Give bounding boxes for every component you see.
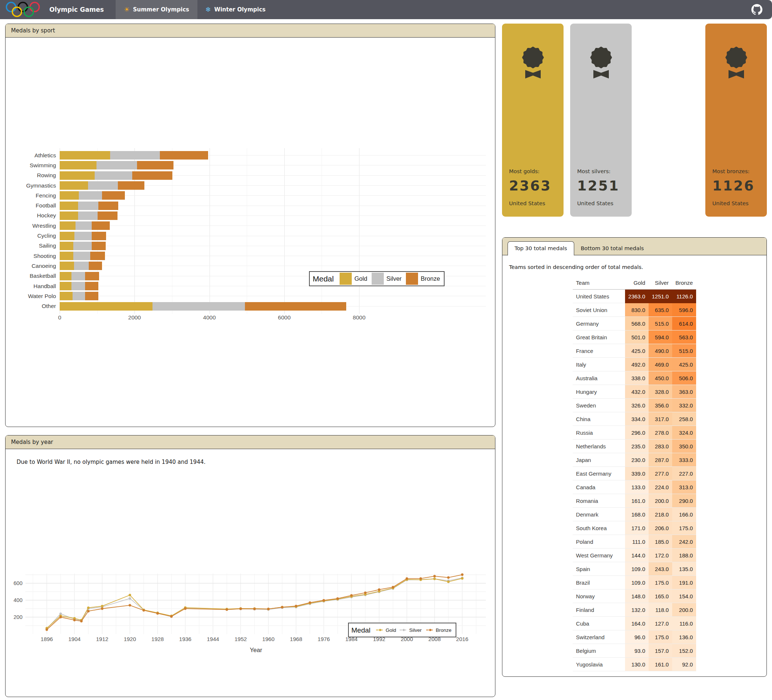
gold-point xyxy=(433,578,436,580)
x-tick-label: 4000 xyxy=(203,314,216,321)
gold-cell: 132.0 xyxy=(625,603,649,617)
gold-bar-segment xyxy=(60,242,73,250)
most-silvers-label: Most silvers: xyxy=(577,168,628,174)
table-row: Canada133.0224.0313.0 xyxy=(573,480,696,494)
silver-bar-segment xyxy=(78,202,98,210)
total-medals-panel: Top 30 total medals Bottom 30 total meda… xyxy=(502,237,767,677)
gold-cell: 148.0 xyxy=(625,590,649,603)
bronze-cell: 135.0 xyxy=(672,562,697,576)
row-gridline xyxy=(60,296,486,296)
bronze-cell: 116.0 xyxy=(672,617,697,630)
bronze-bar-segment xyxy=(92,242,106,250)
silver-cell: 594.0 xyxy=(649,331,672,344)
silver-bar-segment xyxy=(110,151,160,159)
team-cell: Netherlands xyxy=(573,439,625,453)
silver-cell: 635.0 xyxy=(649,303,672,317)
bronze-point xyxy=(226,608,228,611)
table-row: Germany568.0515.0614.0 xyxy=(573,317,696,331)
bronze-cell: 324.0 xyxy=(672,426,697,439)
row-gridline xyxy=(60,246,486,246)
bronze-cell: 614.0 xyxy=(672,317,697,331)
table-row: Sweden326.0356.0332.0 xyxy=(573,398,696,412)
gold-cell: 432.0 xyxy=(625,385,649,398)
bronze-swatch xyxy=(406,273,418,285)
legend-label: Silver xyxy=(386,275,401,282)
y-tick-label: 400 xyxy=(14,597,23,603)
gold-cell: 130.0 xyxy=(625,657,649,671)
bar-chart-legend: Medal GoldSilverBronze xyxy=(309,271,445,286)
gold-cell: 492.0 xyxy=(625,358,649,371)
most-silvers-value: 1251 xyxy=(577,178,628,194)
silver-bar-segment xyxy=(75,221,92,230)
most-bronzes-label: Most bronzes: xyxy=(712,168,763,174)
bronze-cell: 136.0 xyxy=(672,630,697,644)
bar-row: Athletics xyxy=(7,150,488,160)
silver-bar-segment xyxy=(73,242,92,250)
tab-summer-olympics[interactable]: ☀ Summer Olympics xyxy=(116,0,198,19)
gold-cell: 830.0 xyxy=(625,303,649,317)
gold-cell: 338.0 xyxy=(625,371,649,385)
x-tick-label: 1928 xyxy=(151,636,164,642)
gold-point xyxy=(447,580,450,583)
silver-medal-icon xyxy=(590,46,613,79)
tab-winter-olympics[interactable]: ❄ Winter Olympics xyxy=(198,0,274,19)
team-cell: Denmark xyxy=(573,508,625,521)
table-row: China334.0317.0258.0 xyxy=(573,412,696,426)
silver-bar-segment xyxy=(72,282,85,290)
bar-track xyxy=(60,302,488,311)
column-header-gold: Gold xyxy=(625,277,649,290)
right-column: Most golds: 2363 United States Most silv… xyxy=(502,24,767,677)
bar-row-label: Basketball xyxy=(7,273,60,279)
most-golds-card: Most golds: 2363 United States xyxy=(502,24,564,216)
y-tick-label: 600 xyxy=(14,580,23,586)
team-cell: Brazil xyxy=(573,576,625,590)
table-row: South Korea171.0206.0175.0 xyxy=(573,521,696,535)
gold-cell: 144.0 xyxy=(625,549,649,562)
silver-bar-segment xyxy=(95,171,132,180)
table-row: West Germany144.0172.0188.0 xyxy=(573,549,696,562)
bronze-point xyxy=(281,606,284,609)
x-tick-label: 1952 xyxy=(235,636,247,642)
table-row: Australia338.0450.0506.0 xyxy=(573,371,696,385)
bronze-bar-segment xyxy=(132,171,172,180)
bar-chart-rows: AthleticsSwimmingRowingGymnasticsFencing… xyxy=(7,150,488,311)
bar-row: Wrestling xyxy=(7,221,488,231)
team-cell: Canada xyxy=(573,480,625,494)
bar-row-label: Gymnastics xyxy=(7,182,60,189)
column-header-silver: Silver xyxy=(649,277,672,290)
team-cell: South Korea xyxy=(573,521,625,535)
silver-cell: 185.0 xyxy=(649,535,672,549)
team-cell: Japan xyxy=(573,453,625,467)
gold-cell: 501.0 xyxy=(625,331,649,344)
tab-top-30[interactable]: Top 30 total medals xyxy=(507,241,574,256)
silver-cell: 277.0 xyxy=(649,467,672,480)
bronze-cell: 1126.0 xyxy=(672,290,697,303)
silver-cell: 118.0 xyxy=(649,603,672,617)
bar-row-label: Swimming xyxy=(7,162,60,169)
bar-row-label: Handball xyxy=(7,283,60,290)
team-cell: Sweden xyxy=(573,398,625,412)
team-cell: East Germany xyxy=(573,467,625,480)
bronze-point xyxy=(447,576,450,579)
gold-bar-segment xyxy=(60,211,78,220)
medal-cards: Most golds: 2363 United States Most silv… xyxy=(502,24,767,216)
silver-cell: 175.0 xyxy=(649,576,672,590)
team-cell: West Germany xyxy=(573,549,625,562)
github-icon[interactable] xyxy=(751,4,762,15)
line-chart: 2004006001896190419121920192819361944195… xyxy=(8,569,491,657)
gold-bar-segment xyxy=(60,181,88,190)
most-golds-team: United States xyxy=(509,200,560,206)
bronze-cell: 152.0 xyxy=(672,644,697,657)
card-text: Most golds: 2363 United States xyxy=(502,168,564,216)
gold-cell: 326.0 xyxy=(625,398,649,412)
gold-cell: 425.0 xyxy=(625,344,649,358)
bar-row-label: Football xyxy=(7,202,60,209)
x-tick-label: 0 xyxy=(58,314,62,321)
bronze-point xyxy=(170,615,173,618)
bronze-point xyxy=(309,601,311,604)
silver-cell: 243.0 xyxy=(649,562,672,576)
silver-cell: 515.0 xyxy=(649,317,672,331)
tab-bottom-30[interactable]: Bottom 30 total medals xyxy=(574,242,651,255)
x-tick-label: 2016 xyxy=(456,636,468,642)
bar-track xyxy=(60,262,488,270)
